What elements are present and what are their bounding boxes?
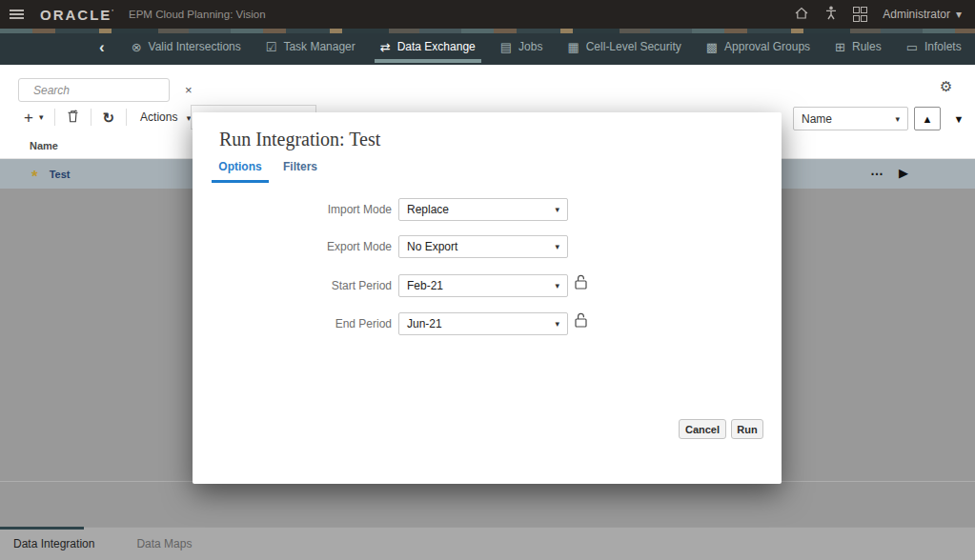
start-period-label: Start Period (287, 279, 392, 292)
tab-infolets[interactable]: ▭ Infolets (901, 31, 967, 63)
end-period-select[interactable]: Jun-21 ▾ (398, 312, 568, 335)
nav-bar: ‹ ⊗ Valid Intersections ☑ Task Manager ⇄… (0, 29, 975, 65)
search-input[interactable]: × (18, 78, 170, 102)
end-period-unlock-icon[interactable] (575, 312, 587, 331)
footer-tab-bar: Data Integration Data Maps (0, 527, 975, 560)
chevron-down-icon: ▾ (555, 281, 559, 290)
nav-texture-strip (0, 29, 975, 33)
add-button[interactable]: + (24, 110, 33, 126)
sort-asc-icon: ▲ (923, 113, 933, 125)
toolbar-divider (91, 109, 91, 126)
home-icon[interactable] (794, 6, 809, 24)
sort-descending-button[interactable]: ▼ (945, 107, 972, 130)
tab-data-integration[interactable]: Data Integration (13, 537, 94, 550)
sort-ascending-button[interactable]: ▲ (914, 107, 941, 130)
data-exchange-icon: ⇄ (380, 41, 391, 53)
footer-active-tab-indicator (0, 527, 84, 530)
dialog-tab-filters[interactable]: Filters (278, 160, 322, 173)
tab-approval-groups[interactable]: ▩ Approval Groups (701, 31, 816, 63)
active-tab-indicator (375, 59, 481, 63)
integration-name: Test (50, 169, 71, 180)
toolbar-divider (126, 109, 127, 126)
sort-field-select[interactable]: Name ▾ (793, 107, 908, 130)
integration-asterisk-icon: * (31, 169, 38, 185)
tab-task-manager[interactable]: ☑ Task Manager (260, 31, 361, 63)
name-column-header: Name (30, 140, 58, 151)
rules-icon: ⊞ (835, 41, 845, 53)
delete-button[interactable] (67, 110, 79, 126)
export-mode-select[interactable]: No Export ▾ (398, 235, 568, 258)
import-mode-label: Import Mode (287, 203, 392, 216)
run-integration-play-icon[interactable]: ▶ (899, 167, 908, 179)
accessibility-icon[interactable] (825, 6, 837, 24)
approval-groups-icon: ▩ (706, 41, 718, 53)
tab-data-maps[interactable]: Data Maps (136, 537, 192, 550)
trash-icon (67, 110, 79, 123)
search-clear-icon[interactable]: × (185, 84, 193, 96)
cancel-button[interactable]: Cancel (679, 419, 726, 439)
start-period-select[interactable]: Feb-21 ▾ (398, 274, 568, 297)
chevron-down-icon: ▾ (956, 8, 962, 21)
tab-cell-level-security[interactable]: ▦ Cell-Level Security (561, 31, 686, 63)
cell-level-security-icon: ▦ (567, 41, 579, 53)
app-title: EPM Cloud Planning: Vision (129, 9, 266, 20)
dialog-title: Run Integration: Test (219, 129, 380, 150)
apps-grid-icon[interactable] (853, 7, 866, 22)
jobs-icon: ▤ (500, 41, 512, 53)
chevron-down-icon: ▾ (555, 242, 559, 251)
chevron-down-icon: ▾ (555, 319, 559, 329)
user-menu-label: Administrator (883, 8, 950, 21)
run-integration-dialog: Run Integration: Test Options Filters Im… (193, 112, 782, 484)
export-mode-label: Export Mode (287, 240, 392, 253)
add-caret-icon[interactable]: ▾ (39, 113, 44, 122)
dialog-tab-options[interactable]: Options (212, 160, 269, 183)
tab-data-exchange[interactable]: ⇄ Data Exchange (375, 31, 481, 63)
tab-valid-intersections[interactable]: ⊗ Valid Intersections (126, 31, 247, 63)
row-actions-ellipsis[interactable]: … (870, 163, 884, 178)
import-mode-select[interactable]: Replace ▾ (398, 198, 568, 221)
chevron-down-icon: ▾ (895, 114, 900, 124)
refresh-button[interactable]: ↻ (102, 110, 114, 125)
search-field[interactable] (31, 83, 185, 98)
start-period-unlock-icon[interactable] (575, 274, 587, 293)
run-button[interactable]: Run (731, 419, 763, 439)
gear-icon[interactable]: ⚙ (940, 79, 952, 93)
toolbar-divider (54, 109, 55, 126)
infolets-icon: ▭ (906, 41, 918, 53)
menu-icon[interactable] (10, 8, 24, 21)
user-menu[interactable]: Administrator ▾ (883, 8, 962, 21)
top-bar: ORACLE' EPM Cloud Planning: Vision Admin… (0, 0, 975, 29)
chevron-down-icon: ▾ (555, 205, 559, 214)
tab-rules[interactable]: ⊞ Rules (829, 31, 887, 63)
oracle-logo: ORACLE' (40, 7, 113, 23)
sort-desc-icon: ▼ (954, 113, 965, 125)
actions-menu-button[interactable]: Actions ▾ (140, 110, 191, 124)
tab-jobs[interactable]: ▤ Jobs (495, 31, 549, 63)
nav-back-chevron-icon[interactable]: ‹ (99, 39, 105, 55)
end-period-label: End Period (287, 317, 392, 330)
task-manager-icon: ☑ (266, 41, 277, 53)
valid-intersections-icon: ⊗ (132, 41, 142, 53)
